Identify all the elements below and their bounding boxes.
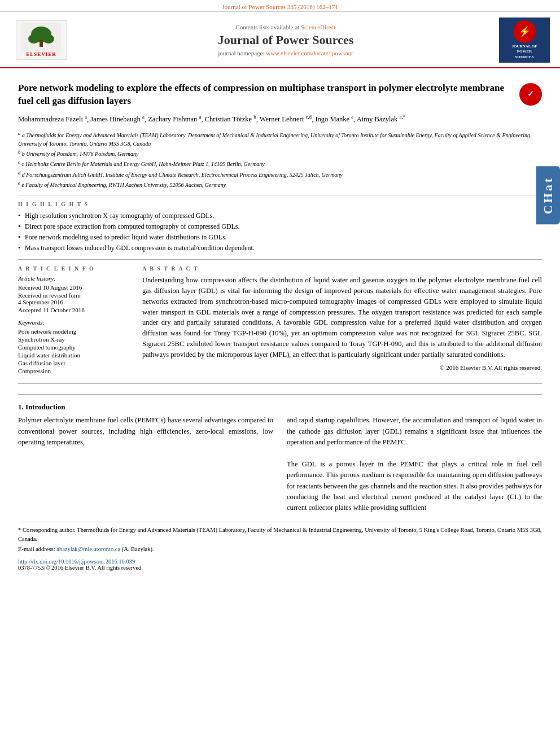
keyword: Synchrotron X-ray	[18, 336, 131, 343]
highlights-list: High resolution synchrotron X-ray tomogr…	[18, 212, 542, 252]
sciencedirect-link[interactable]: ScienceDirect	[301, 24, 336, 30]
accepted-date: Accepted 11 October 2016	[18, 307, 131, 313]
article-history: Article history: Received 10 August 2016…	[18, 275, 131, 313]
keyword: Computed tomography	[18, 344, 131, 351]
footnotes: * Corresponding author. Thermofluids for…	[18, 522, 542, 554]
journal-title-area: Contents lists available at ScienceDirec…	[72, 24, 499, 56]
svg-point-2	[28, 34, 40, 43]
affil-a: a a Thermofluids for Energy and Advanced…	[18, 130, 542, 148]
abstract-col: A B S T R A C T Understanding how compre…	[142, 265, 542, 375]
authors: Mohammadreza Fazeli a, James Hinebaugh a…	[18, 113, 542, 125]
introduction-section: 1. Introduction Polymer electrolyte memb…	[18, 394, 542, 513]
keywords-section: Keywords: Pore network modeling Synchrot…	[18, 319, 131, 374]
affiliations: a a Thermofluids for Energy and Advanced…	[18, 130, 542, 190]
intro-right-col: and rapid startup capabilities. However,…	[287, 415, 542, 513]
email-line: E-mail address: abazylak@mie.utoronto.ca…	[18, 545, 542, 554]
received-date: Received 10 August 2016	[18, 284, 131, 291]
copyright: © 2016 Elsevier B.V. All rights reserved…	[142, 364, 542, 371]
divider-3	[18, 383, 542, 384]
article-info-col: A R T I C L E I N F O Article history: R…	[18, 265, 131, 375]
highlight-item: Pore network modeling used to predict li…	[18, 233, 542, 242]
issn-line: 0378-7753/© 2016 Elsevier B.V. All right…	[18, 565, 542, 571]
chat-tab[interactable]: CHat	[536, 166, 560, 224]
svg-point-3	[43, 34, 54, 43]
abstract-header: A B S T R A C T	[142, 265, 542, 272]
main-content: Pore network modeling to explore the eff…	[0, 68, 560, 571]
elsevier-logo-area: ELSEVIER	[10, 18, 72, 63]
divider-2	[18, 259, 542, 260]
highlights-header: H I G H L I G H T S	[18, 201, 542, 207]
journal-bar: Journal of Power Sources 335 (2016) 162–…	[0, 0, 560, 12]
elsevier-text: ELSEVIER	[26, 51, 56, 57]
doi-line: http://dx.doi.org/10.1016/j.jpowsour.201…	[18, 558, 542, 565]
divider-1	[18, 195, 542, 195]
journal-header: ELSEVIER Contents lists available at Sci…	[0, 12, 560, 68]
crossmark-badge[interactable]: ✓	[519, 83, 542, 106]
highlight-item: High resolution synchrotron X-ray tomogr…	[18, 212, 542, 220]
article-info-abstract: A R T I C L E I N F O Article history: R…	[18, 265, 542, 375]
power-sources-logo: ⚡ JOURNAL OFPOWERSOURCES	[499, 18, 550, 63]
highlight-item: Direct pore space extraction from comput…	[18, 222, 542, 231]
keywords-label: Keywords:	[18, 319, 131, 326]
svg-rect-4	[40, 40, 43, 47]
history-label: Article history:	[18, 275, 131, 282]
corresponding-author: * Corresponding author. Thermofluids for…	[18, 526, 542, 544]
homepage-link[interactable]: www.elsevier.com/locate/jpowsour	[266, 50, 353, 56]
highlights-section: H I G H L I G H T S High resolution sync…	[18, 201, 542, 252]
keyword: Liquid water distribution	[18, 352, 131, 359]
journal-homepage: journal homepage: www.elsevier.com/locat…	[72, 50, 499, 56]
journal-title: Journal of Power Sources	[72, 33, 499, 47]
journal-icon: ⚡	[513, 20, 536, 43]
email-link[interactable]: abazylak@mie.utoronto.ca	[56, 546, 120, 552]
intro-number: 1. Introduction	[18, 403, 542, 412]
revised-date: Received in revised form 4 September 201…	[18, 292, 131, 305]
affil-e: e e Faculty of Mechanical Engineering, R…	[18, 180, 542, 189]
keyword: Pore network modeling	[18, 328, 131, 335]
logo-right-text: JOURNAL OFPOWERSOURCES	[512, 44, 537, 59]
affil-b: b b University of Potsdam, 14476 Potsdam…	[18, 149, 542, 158]
elsevier-logo: ELSEVIER	[16, 20, 67, 60]
intro-left-col: Polymer electrolyte membrane fuel cells …	[18, 415, 273, 513]
abstract-text: Understanding how compression affects th…	[142, 275, 542, 360]
article-title-area: Pore network modeling to explore the eff…	[18, 82, 542, 108]
keyword: Compression	[18, 368, 131, 374]
affil-d: d d Forschungszentrum Jülich GmbH, Insti…	[18, 170, 542, 179]
intro-columns: Polymer electrolyte membrane fuel cells …	[18, 415, 542, 513]
article-title: Pore network modeling to explore the eff…	[18, 82, 514, 108]
highlight-item: Mass transport losses induced by GDL com…	[18, 244, 542, 252]
article-info-header: A R T I C L E I N F O	[18, 265, 131, 272]
affil-c: c c Helmholtz Centre Berlin for Material…	[18, 159, 542, 168]
contents-available: Contents lists available at ScienceDirec…	[72, 24, 499, 30]
keyword: Gas diffusion layer	[18, 360, 131, 366]
